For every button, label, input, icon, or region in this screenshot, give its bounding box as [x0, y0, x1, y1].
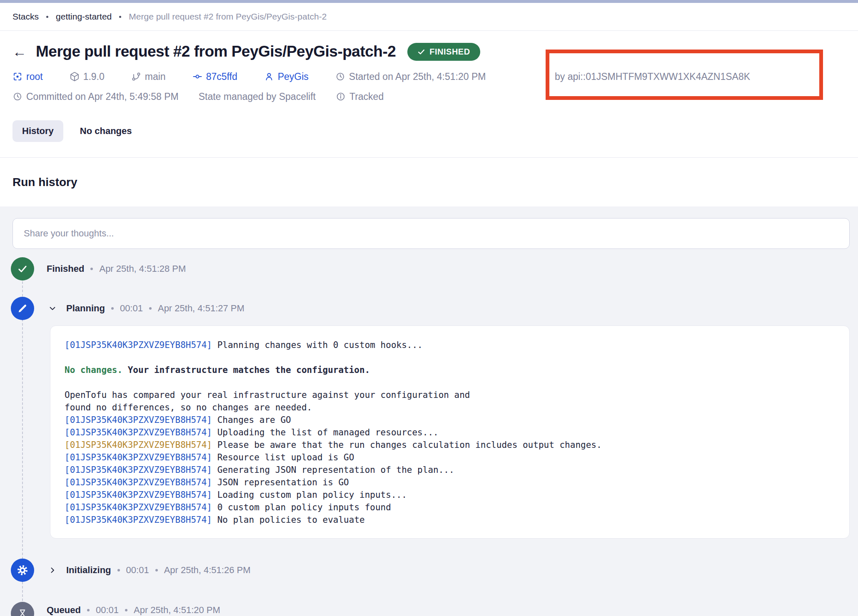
commit-icon: [192, 72, 202, 82]
finished-status-icon: [11, 257, 34, 281]
commit-link[interactable]: 87c5ffd: [192, 71, 237, 82]
stack-root-link[interactable]: root: [12, 71, 43, 82]
queued-duration: 00:01: [96, 605, 119, 616]
planning-label: Planning: [66, 303, 105, 314]
log-text: found no differences, so no changes are …: [65, 402, 312, 412]
timeline-row-queued[interactable]: Queued 00:01 Apr 25th, 4:51:20 PM: [47, 601, 220, 616]
log-run-id: [01JSP35K40K3PZXVZ9EYB8H574]: [65, 427, 212, 437]
status-badge-label: FINISHED: [429, 47, 470, 57]
run-history-timeline: Finished Apr 25th, 4:51:28 PM Planning 0…: [0, 206, 858, 616]
log-text: Loading custom plan policy inputs...: [212, 490, 407, 500]
dot-separator: [87, 609, 90, 611]
queued-status-icon: [11, 602, 34, 616]
queued-time: Apr 25th, 4:51:20 PM: [134, 605, 220, 616]
back-button[interactable]: ←: [12, 45, 27, 59]
log-text: 0 custom plan policy inputs found: [212, 502, 391, 512]
hourglass-icon: [17, 609, 27, 616]
committed-label: Committed on Apr 24th, 5:49:58 PM: [26, 91, 179, 102]
log-run-id: [01JSP35K40K3PZXVZ9EYB8H574]: [65, 515, 212, 525]
log-run-id: [01JSP35K40K3PZXVZ9EYB8H574]: [65, 452, 212, 462]
clock-icon: [335, 72, 345, 82]
log-text: Planning changes with 0 custom hooks...: [212, 340, 423, 350]
log-no-changes: No changes.: [65, 365, 122, 375]
planning-time: Apr 25th, 4:51:27 PM: [158, 303, 244, 314]
breadcrumb-stacks[interactable]: Stacks: [12, 12, 39, 22]
dot-separator: [117, 569, 120, 571]
tracked-label: Tracked: [349, 91, 384, 102]
state-managed-item: State managed by Spacelift: [199, 91, 316, 102]
package-icon: [70, 72, 80, 82]
log-text: No plan policies to evaluate: [212, 515, 365, 525]
run-meta-row-2: Committed on Apr 24th, 5:49:58 PM State …: [12, 90, 846, 103]
triggered-by-item: by api::01JSMHTFM9TXWW1XK4AZN1SA8K: [555, 71, 750, 82]
comment-input[interactable]: [12, 218, 850, 249]
author-link[interactable]: PeyGis: [264, 71, 309, 82]
timeline-row-initializing[interactable]: Initializing 00:01 Apr 25th, 4:51:26 PM: [48, 561, 251, 579]
log-run-id: [01JSP35K40K3PZXVZ9EYB8H574]: [65, 490, 212, 500]
breadcrumb-separator: [119, 16, 121, 18]
person-icon: [264, 72, 274, 82]
log-run-id: [01JSP35K40K3PZXVZ9EYB8H574]: [65, 465, 212, 475]
initializing-label: Initializing: [66, 565, 111, 576]
breadcrumb-separator: [46, 16, 48, 18]
timeline-row-planning[interactable]: Planning 00:01 Apr 25th, 4:51:27 PM: [48, 299, 244, 318]
commit-label: 87c5ffd: [206, 71, 237, 82]
info-icon: [336, 92, 346, 102]
run-history-title: Run history: [12, 176, 77, 189]
log-text: JSON representation is GO: [212, 477, 349, 487]
breadcrumb-stack-name[interactable]: getting-started: [56, 12, 112, 22]
chevron-down-icon[interactable]: [48, 304, 57, 313]
finished-label: Finished: [47, 263, 84, 274]
top-accent-bar: [0, 0, 858, 3]
gear-icon: [17, 564, 28, 576]
root-label: root: [26, 71, 43, 82]
page-title: Merge pull request #2 from PeyGis/PeyGis…: [36, 43, 396, 60]
check-icon: [417, 48, 425, 56]
queued-label: Queued: [47, 605, 81, 616]
started-label: Started on Apr 25th, 4:51:20 PM: [349, 71, 486, 82]
state-managed-label: State managed by Spacelift: [199, 91, 316, 102]
check-icon: [17, 263, 28, 274]
version-item: 1.9.0: [70, 71, 105, 82]
triggered-by-label: by api::01JSMHTFM9TXWW1XK4AZN1SA8K: [555, 71, 750, 82]
log-run-id: [01JSP35K40K3PZXVZ9EYB8H574]: [65, 340, 212, 350]
run-tabs: History No changes: [12, 120, 846, 142]
timeline-row-finished[interactable]: Finished Apr 25th, 4:51:28 PM: [47, 260, 186, 278]
dot-separator: [149, 307, 152, 310]
run-meta-row-1: root 1.9.0 main 87c5ffd PeyGis Started o…: [12, 70, 846, 83]
initializing-status-icon: [11, 559, 34, 582]
started-item: Started on Apr 25th, 4:51:20 PM: [335, 71, 486, 82]
breadcrumb-run-title: Merge pull request #2 from PeyGis/PeyGis…: [129, 12, 327, 22]
branch-label: main: [145, 71, 166, 82]
tab-history[interactable]: History: [12, 120, 63, 142]
breadcrumb: Stacks getting-started Merge pull reques…: [0, 3, 858, 31]
log-text: OpenTofu has compared your real infrastr…: [65, 390, 470, 400]
planning-duration: 00:01: [120, 303, 143, 314]
planning-log-output: [01JSP35K40K3PZXVZ9EYB8H574] Planning ch…: [50, 325, 850, 539]
chevron-right-icon[interactable]: [48, 566, 57, 574]
log-run-id: [01JSP35K40K3PZXVZ9EYB8H574]: [65, 415, 212, 425]
finished-time: Apr 25th, 4:51:28 PM: [99, 263, 186, 274]
version-label: 1.9.0: [83, 71, 105, 82]
log-run-id: [01JSP35K40K3PZXVZ9EYB8H574]: [65, 477, 212, 487]
tab-no-changes[interactable]: No changes: [80, 126, 132, 137]
run-header: ← Merge pull request #2 from PeyGis/PeyG…: [0, 31, 858, 157]
log-text: Your infrastructure matches the configur…: [122, 365, 370, 375]
initializing-duration: 00:01: [126, 565, 149, 576]
log-run-id-warning: [01JSP35K40K3PZXVZ9EYB8H574]: [65, 440, 212, 450]
planning-status-icon: [11, 297, 34, 320]
dot-separator: [90, 268, 93, 270]
log-text: Generating JSON representation of the pl…: [212, 465, 454, 475]
branch-icon: [131, 72, 141, 82]
branch-item: main: [131, 71, 166, 82]
log-text: Please be aware that the run changes cal…: [212, 440, 602, 450]
log-run-id: [01JSP35K40K3PZXVZ9EYB8H574]: [65, 502, 212, 512]
log-text: Changes are GO: [212, 415, 291, 425]
committed-item: Committed on Apr 24th, 5:49:58 PM: [12, 91, 179, 102]
dot-separator: [125, 609, 127, 611]
dot-separator: [155, 569, 158, 571]
dot-separator: [111, 307, 114, 310]
log-text: Uploading the list of managed resources.…: [212, 427, 439, 437]
initializing-time: Apr 25th, 4:51:26 PM: [164, 565, 251, 576]
run-history-header: Run history: [0, 158, 858, 206]
